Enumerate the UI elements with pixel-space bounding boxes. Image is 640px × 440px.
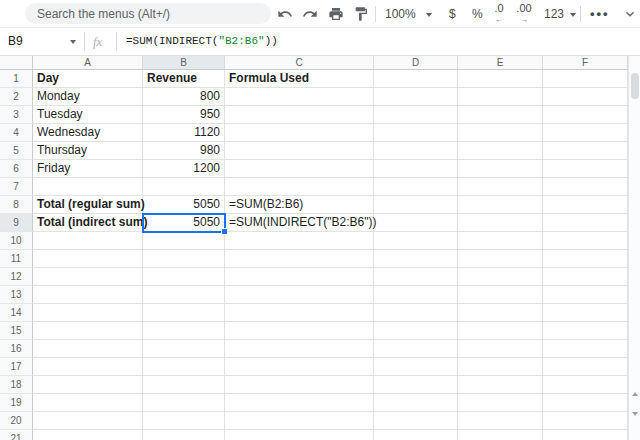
undo-icon[interactable] xyxy=(277,6,293,22)
cell-F3[interactable] xyxy=(543,106,628,124)
cell-C19[interactable] xyxy=(225,394,374,412)
cell-E14[interactable] xyxy=(458,304,543,322)
cell-A1[interactable]: Day xyxy=(33,70,143,88)
cell-F20[interactable] xyxy=(543,412,628,430)
column-header-A[interactable]: A xyxy=(33,56,143,70)
cell-F13[interactable] xyxy=(543,286,628,304)
cell-C12[interactable] xyxy=(225,268,374,286)
cell-A21[interactable] xyxy=(33,430,143,440)
paint-format-icon[interactable] xyxy=(353,6,369,22)
cell-F8[interactable] xyxy=(543,196,628,214)
cell-F14[interactable] xyxy=(543,304,628,322)
cell-A4[interactable]: Wednesday xyxy=(33,124,143,142)
more-options-button[interactable]: ••• xyxy=(590,0,610,28)
cell-F7[interactable] xyxy=(543,178,628,196)
decrease-decimal-button[interactable]: .0 ← xyxy=(489,3,509,25)
cell-D5[interactable] xyxy=(374,142,458,160)
cell-A7[interactable] xyxy=(33,178,143,196)
row-header-11[interactable]: 11 xyxy=(0,250,33,268)
cell-C11[interactable] xyxy=(225,250,374,268)
redo-icon[interactable] xyxy=(302,6,318,22)
cell-C10[interactable] xyxy=(225,232,374,250)
cell-B3[interactable]: 950 xyxy=(143,106,225,124)
cell-F4[interactable] xyxy=(543,124,628,142)
cell-C17[interactable] xyxy=(225,358,374,376)
row-header-3[interactable]: 3 xyxy=(0,106,33,124)
cell-A17[interactable] xyxy=(33,358,143,376)
row-header-12[interactable]: 12 xyxy=(0,268,33,286)
cell-E3[interactable] xyxy=(458,106,543,124)
cell-A10[interactable] xyxy=(33,232,143,250)
cell-F2[interactable] xyxy=(543,88,628,106)
cell-F21[interactable] xyxy=(543,430,628,440)
cell-E5[interactable] xyxy=(458,142,543,160)
cell-D18[interactable] xyxy=(374,376,458,394)
cell-E8[interactable] xyxy=(458,196,543,214)
cell-D7[interactable] xyxy=(374,178,458,196)
cell-C5[interactable] xyxy=(225,142,374,160)
cell-F18[interactable] xyxy=(543,376,628,394)
column-header-B[interactable]: B xyxy=(143,56,225,70)
cell-C1[interactable]: Formula Used xyxy=(225,70,374,88)
hide-menus-chevron-icon[interactable] xyxy=(622,6,638,22)
row-header-1[interactable]: 1 xyxy=(0,70,33,88)
row-header-6[interactable]: 6 xyxy=(0,160,33,178)
row-header-15[interactable]: 15 xyxy=(0,322,33,340)
cell-F6[interactable] xyxy=(543,160,628,178)
cell-B8[interactable]: 5050 xyxy=(143,196,225,214)
name-box-dropdown-icon[interactable] xyxy=(70,40,76,44)
cell-C15[interactable] xyxy=(225,322,374,340)
cell-D16[interactable] xyxy=(374,340,458,358)
cell-C13[interactable] xyxy=(225,286,374,304)
cell-A19[interactable] xyxy=(33,394,143,412)
cell-D21[interactable] xyxy=(374,430,458,440)
cell-E15[interactable] xyxy=(458,322,543,340)
more-formats-button[interactable]: 123 xyxy=(544,0,576,28)
cell-D4[interactable] xyxy=(374,124,458,142)
cell-E11[interactable] xyxy=(458,250,543,268)
row-header-16[interactable]: 16 xyxy=(0,340,33,358)
cell-F16[interactable] xyxy=(543,340,628,358)
column-header-F[interactable]: F xyxy=(543,56,628,70)
zoom-select[interactable]: 100% xyxy=(385,0,432,28)
cell-E2[interactable] xyxy=(458,88,543,106)
row-header-21[interactable]: 21 xyxy=(0,430,33,440)
row-header-18[interactable]: 18 xyxy=(0,376,33,394)
cell-A14[interactable] xyxy=(33,304,143,322)
cell-B13[interactable] xyxy=(143,286,225,304)
cell-A15[interactable] xyxy=(33,322,143,340)
cell-B2[interactable]: 800 xyxy=(143,88,225,106)
cell-C14[interactable] xyxy=(225,304,374,322)
cell-D20[interactable] xyxy=(374,412,458,430)
cell-C21[interactable] xyxy=(225,430,374,440)
cell-C16[interactable] xyxy=(225,340,374,358)
row-header-8[interactable]: 8 xyxy=(0,196,33,214)
cell-A20[interactable] xyxy=(33,412,143,430)
increase-decimal-button[interactable]: .00 → xyxy=(514,3,534,25)
cell-F11[interactable] xyxy=(543,250,628,268)
cell-F15[interactable] xyxy=(543,322,628,340)
cell-A16[interactable] xyxy=(33,340,143,358)
cell-D14[interactable] xyxy=(374,304,458,322)
cell-D6[interactable] xyxy=(374,160,458,178)
search-input[interactable] xyxy=(25,3,271,24)
select-all-corner[interactable] xyxy=(0,56,33,70)
cell-F12[interactable] xyxy=(543,268,628,286)
cell-B5[interactable]: 980 xyxy=(143,142,225,160)
row-header-10[interactable]: 10 xyxy=(0,232,33,250)
cell-A8[interactable]: Total (regular sum) xyxy=(33,196,143,214)
row-header-19[interactable]: 19 xyxy=(0,394,33,412)
cell-B4[interactable]: 1120 xyxy=(143,124,225,142)
print-icon[interactable] xyxy=(328,6,344,22)
row-header-20[interactable]: 20 xyxy=(0,412,33,430)
cell-E13[interactable] xyxy=(458,286,543,304)
cell-E19[interactable] xyxy=(458,394,543,412)
column-header-D[interactable]: D xyxy=(374,56,458,70)
cell-E6[interactable] xyxy=(458,160,543,178)
format-percent-button[interactable]: % xyxy=(472,0,483,28)
cell-B7[interactable] xyxy=(143,178,225,196)
row-header-7[interactable]: 7 xyxy=(0,178,33,196)
scroll-down-icon[interactable] xyxy=(632,412,638,416)
cell-B21[interactable] xyxy=(143,430,225,440)
cell-C20[interactable] xyxy=(225,412,374,430)
